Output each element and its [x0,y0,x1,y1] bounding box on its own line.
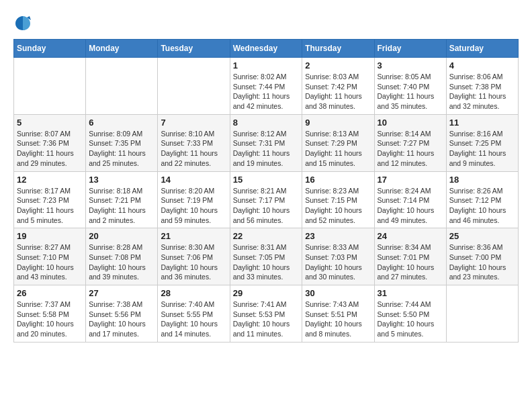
day-info: Sunrise: 8:17 AM Sunset: 7:23 PM Dayligh… [17,186,83,226]
day-info: Sunrise: 7:41 AM Sunset: 5:53 PM Dayligh… [233,300,300,339]
calendar-cell: 19Sunrise: 8:27 AM Sunset: 7:10 PM Dayli… [14,228,86,285]
calendar-cell: 24Sunrise: 8:34 AM Sunset: 7:01 PM Dayli… [374,228,446,285]
day-number: 17 [378,175,443,185]
calendar-cell: 6Sunrise: 8:09 AM Sunset: 7:35 PM Daylig… [86,114,158,171]
calendar-cell: 1Sunrise: 8:02 AM Sunset: 7:44 PM Daylig… [230,58,302,115]
day-info: Sunrise: 7:40 AM Sunset: 5:55 PM Dayligh… [161,300,226,339]
day-number: 28 [161,288,226,298]
day-info: Sunrise: 8:18 AM Sunset: 7:21 PM Dayligh… [89,186,154,226]
weekday-header: Tuesday [158,40,230,58]
calendar-cell: 31Sunrise: 7:44 AM Sunset: 5:50 PM Dayli… [374,285,446,342]
calendar-cell: 10Sunrise: 8:14 AM Sunset: 7:27 PM Dayli… [374,114,446,171]
day-info: Sunrise: 8:28 AM Sunset: 7:08 PM Dayligh… [89,242,154,282]
calendar-cell: 11Sunrise: 8:16 AM Sunset: 7:25 PM Dayli… [446,114,518,171]
day-info: Sunrise: 8:31 AM Sunset: 7:05 PM Dayligh… [233,242,300,282]
calendar-cell: 4Sunrise: 8:06 AM Sunset: 7:38 PM Daylig… [446,58,518,115]
day-info: Sunrise: 8:03 AM Sunset: 7:42 PM Dayligh… [305,72,371,111]
day-info: Sunrise: 8:05 AM Sunset: 7:40 PM Dayligh… [378,72,443,111]
calendar-cell: 15Sunrise: 8:21 AM Sunset: 7:17 PM Dayli… [230,171,302,228]
day-number: 2 [305,60,371,71]
day-info: Sunrise: 8:23 AM Sunset: 7:15 PM Dayligh… [305,186,371,226]
weekday-header: Saturday [446,40,518,58]
day-info: Sunrise: 8:12 AM Sunset: 7:31 PM Dayligh… [233,129,300,169]
day-info: Sunrise: 8:30 AM Sunset: 7:06 PM Dayligh… [161,242,226,282]
calendar-cell: 2Sunrise: 8:03 AM Sunset: 7:42 PM Daylig… [302,58,374,115]
day-info: Sunrise: 8:13 AM Sunset: 7:29 PM Dayligh… [305,129,371,169]
day-number: 29 [233,288,300,298]
day-number: 10 [378,118,443,128]
day-info: Sunrise: 8:33 AM Sunset: 7:03 PM Dayligh… [305,242,371,282]
calendar-cell: 25Sunrise: 8:36 AM Sunset: 7:00 PM Dayli… [446,228,518,285]
calendar-cell: 30Sunrise: 7:43 AM Sunset: 5:51 PM Dayli… [302,285,374,342]
calendar-cell: 8Sunrise: 8:12 AM Sunset: 7:31 PM Daylig… [230,114,302,171]
logo [13,13,35,32]
day-info: Sunrise: 7:43 AM Sunset: 5:51 PM Dayligh… [305,300,371,339]
day-info: Sunrise: 8:10 AM Sunset: 7:33 PM Dayligh… [161,129,226,169]
day-number: 24 [378,231,443,241]
day-number: 31 [378,288,443,298]
page-header [13,13,519,32]
calendar-cell [86,58,158,115]
weekday-header: Monday [86,40,158,58]
day-info: Sunrise: 8:07 AM Sunset: 7:36 PM Dayligh… [17,129,83,169]
day-info: Sunrise: 8:24 AM Sunset: 7:14 PM Dayligh… [378,186,443,226]
day-number: 7 [161,118,226,128]
day-info: Sunrise: 8:34 AM Sunset: 7:01 PM Dayligh… [378,242,443,282]
calendar-cell: 28Sunrise: 7:40 AM Sunset: 5:55 PM Dayli… [158,285,230,342]
calendar-cell [446,285,518,342]
calendar-cell [158,58,230,115]
calendar-cell: 21Sunrise: 8:30 AM Sunset: 7:06 PM Dayli… [158,228,230,285]
calendar-header: SundayMondayTuesdayWednesdayThursdayFrid… [14,40,519,58]
calendar-cell: 7Sunrise: 8:10 AM Sunset: 7:33 PM Daylig… [158,114,230,171]
day-number: 5 [17,118,83,128]
day-info: Sunrise: 7:37 AM Sunset: 5:58 PM Dayligh… [17,300,83,339]
calendar-cell: 23Sunrise: 8:33 AM Sunset: 7:03 PM Dayli… [302,228,374,285]
calendar-cell: 20Sunrise: 8:28 AM Sunset: 7:08 PM Dayli… [86,228,158,285]
day-number: 15 [233,175,300,185]
weekday-header: Thursday [302,40,374,58]
day-info: Sunrise: 8:02 AM Sunset: 7:44 PM Dayligh… [233,72,300,111]
calendar-cell [14,58,86,115]
calendar-cell: 26Sunrise: 7:37 AM Sunset: 5:58 PM Dayli… [14,285,86,342]
day-number: 14 [161,175,226,185]
weekday-header: Friday [374,40,446,58]
day-info: Sunrise: 8:06 AM Sunset: 7:38 PM Dayligh… [449,72,515,111]
day-info: Sunrise: 8:09 AM Sunset: 7:35 PM Dayligh… [89,129,154,169]
day-number: 1 [233,60,300,71]
calendar-cell: 3Sunrise: 8:05 AM Sunset: 7:40 PM Daylig… [374,58,446,115]
calendar-cell: 9Sunrise: 8:13 AM Sunset: 7:29 PM Daylig… [302,114,374,171]
day-number: 23 [305,231,371,241]
day-number: 27 [89,288,154,298]
calendar-cell: 27Sunrise: 7:38 AM Sunset: 5:56 PM Dayli… [86,285,158,342]
day-info: Sunrise: 8:20 AM Sunset: 7:19 PM Dayligh… [161,186,226,226]
day-number: 3 [378,60,443,71]
day-number: 20 [89,231,154,241]
day-info: Sunrise: 8:27 AM Sunset: 7:10 PM Dayligh… [17,242,83,282]
day-number: 16 [305,175,371,185]
calendar-cell: 22Sunrise: 8:31 AM Sunset: 7:05 PM Dayli… [230,228,302,285]
calendar-cell: 18Sunrise: 8:26 AM Sunset: 7:12 PM Dayli… [446,171,518,228]
day-info: Sunrise: 7:44 AM Sunset: 5:50 PM Dayligh… [378,300,443,339]
day-number: 13 [89,175,154,185]
weekday-header: Sunday [14,40,86,58]
calendar-cell: 16Sunrise: 8:23 AM Sunset: 7:15 PM Dayli… [302,171,374,228]
calendar-cell: 29Sunrise: 7:41 AM Sunset: 5:53 PM Dayli… [230,285,302,342]
logo-icon [13,13,32,32]
day-number: 26 [17,288,83,298]
calendar-cell: 14Sunrise: 8:20 AM Sunset: 7:19 PM Dayli… [158,171,230,228]
day-number: 25 [449,231,515,241]
day-info: Sunrise: 8:26 AM Sunset: 7:12 PM Dayligh… [449,186,515,226]
day-number: 6 [89,118,154,128]
day-info: Sunrise: 8:14 AM Sunset: 7:27 PM Dayligh… [378,129,443,169]
calendar-cell: 5Sunrise: 8:07 AM Sunset: 7:36 PM Daylig… [14,114,86,171]
day-number: 21 [161,231,226,241]
day-info: Sunrise: 8:16 AM Sunset: 7:25 PM Dayligh… [449,129,515,169]
calendar-cell: 12Sunrise: 8:17 AM Sunset: 7:23 PM Dayli… [14,171,86,228]
weekday-header: Wednesday [230,40,302,58]
calendar-cell: 13Sunrise: 8:18 AM Sunset: 7:21 PM Dayli… [86,171,158,228]
day-info: Sunrise: 8:36 AM Sunset: 7:00 PM Dayligh… [449,242,515,282]
day-number: 22 [233,231,300,241]
calendar-cell: 17Sunrise: 8:24 AM Sunset: 7:14 PM Dayli… [374,171,446,228]
day-number: 9 [305,118,371,128]
day-number: 11 [449,118,515,128]
